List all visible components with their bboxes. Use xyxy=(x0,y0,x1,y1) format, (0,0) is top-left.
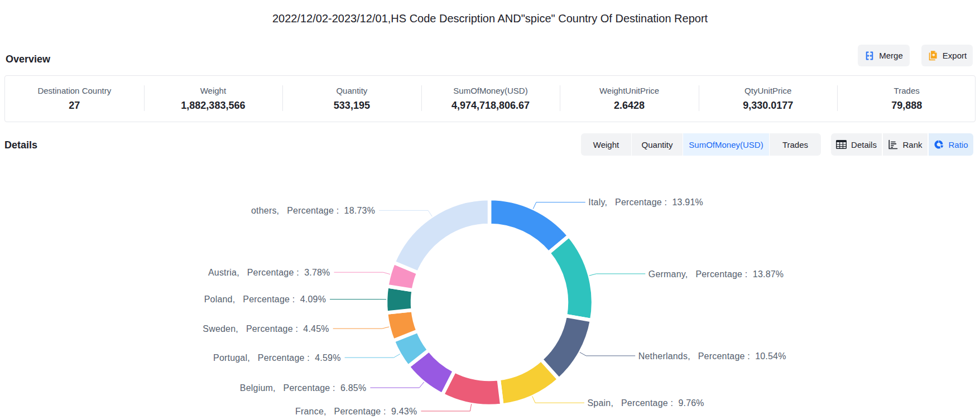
svg-text:Austria, Percentage : 3.78%: Austria, Percentage : 3.78% xyxy=(208,268,330,277)
svg-text:others, Percentage : 18.73%: others, Percentage : 18.73% xyxy=(251,206,375,215)
svg-text:Belgium, Percentage : 6.85%: Belgium, Percentage : 6.85% xyxy=(240,383,367,393)
svg-text:Netherlands, Percentage : 1: Netherlands, Percentage : 10.54% xyxy=(638,351,786,361)
svg-text:Italy, Percentage : 13.91%: Italy, Percentage : 13.91% xyxy=(588,197,703,207)
svg-text:France, Percentage : 9.43%: France, Percentage : 9.43% xyxy=(295,407,417,416)
svg-text:Poland, Percentage : 4.09%: Poland, Percentage : 4.09% xyxy=(204,295,326,304)
svg-text:Portugal, Percentage : 4.59: Portugal, Percentage : 4.59% xyxy=(213,353,341,363)
svg-text:Sweden, Percentage : 4.45%: Sweden, Percentage : 4.45% xyxy=(203,324,329,334)
svg-text:Spain, Percentage : 9.76%: Spain, Percentage : 9.76% xyxy=(588,398,704,408)
svg-text:Germany, Percentage : 13.87: Germany, Percentage : 13.87% xyxy=(648,269,784,279)
